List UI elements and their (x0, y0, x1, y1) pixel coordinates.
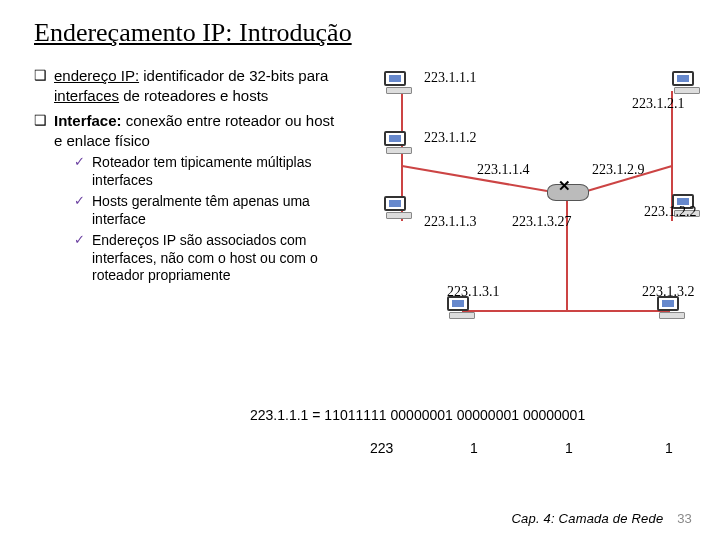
sub-1: Roteador tem tipicamente múltiplas inter… (74, 154, 344, 189)
footer-text: Cap. 4: Camada de Rede (511, 511, 663, 526)
octet-2: 1 (470, 440, 478, 456)
network-diagram: ✕ 223.1.1.1 223.1.1.2 223.1.1.3 223.1.1.… (352, 66, 707, 406)
host-icon (447, 296, 477, 326)
octet-3: 1 (565, 440, 573, 456)
page-number: 33 (677, 511, 692, 526)
content-columns: endereço IP: identificador de 32-bits pa… (34, 66, 686, 446)
text-column: endereço IP: identificador de 32-bits pa… (34, 66, 344, 446)
ip-label: 223.1.3.1 (447, 284, 500, 300)
host-icon (657, 296, 687, 326)
ip-label: 223.1.2.1 (632, 96, 685, 112)
host-icon (384, 196, 414, 226)
binary-line: 223.1.1.1 = 11011111 00000001 00000001 0… (250, 407, 585, 423)
sub-list: Roteador tem tipicamente múltiplas inter… (74, 154, 344, 285)
ip-label: 223.1.1.3 (424, 214, 477, 230)
ip-label: 223.1.3.27 (512, 214, 572, 230)
router-icon: ✕ (547, 178, 591, 208)
bullet-2: Interface: conexão entre roteador ou hos… (34, 111, 344, 285)
main-list: endereço IP: identificador de 32-bits pa… (34, 66, 344, 285)
host-icon (384, 71, 414, 101)
ip-label: 223.1.2.2 (644, 204, 697, 220)
footer: Cap. 4: Camada de Rede 33 (511, 511, 692, 526)
ip-label: 223.1.1.2 (424, 130, 477, 146)
link-lines (352, 66, 707, 396)
ip-label: 223.1.1.1 (424, 70, 477, 86)
term-endereco-ip: endereço IP: (54, 67, 139, 84)
ip-label: 223.1.2.9 (592, 162, 645, 178)
sub-3: Endereços IP são associados com interfac… (74, 232, 344, 285)
ip-label: 223.1.1.4 (477, 162, 530, 178)
host-icon (384, 131, 414, 161)
term-interface: Interface: (54, 112, 122, 129)
sub-2: Hosts geralmente têm apenas uma interfac… (74, 193, 344, 228)
diagram-column: ✕ 223.1.1.1 223.1.1.2 223.1.1.3 223.1.1.… (352, 66, 686, 446)
bullet-1: endereço IP: identificador de 32-bits pa… (34, 66, 344, 105)
octet-1: 223 (370, 440, 393, 456)
slide-title: Endereçamento IP: Introdução (34, 18, 686, 48)
slide: Endereçamento IP: Introdução endereço IP… (0, 0, 720, 540)
octet-4: 1 (665, 440, 673, 456)
ip-label: 223.1.3.2 (642, 284, 695, 300)
